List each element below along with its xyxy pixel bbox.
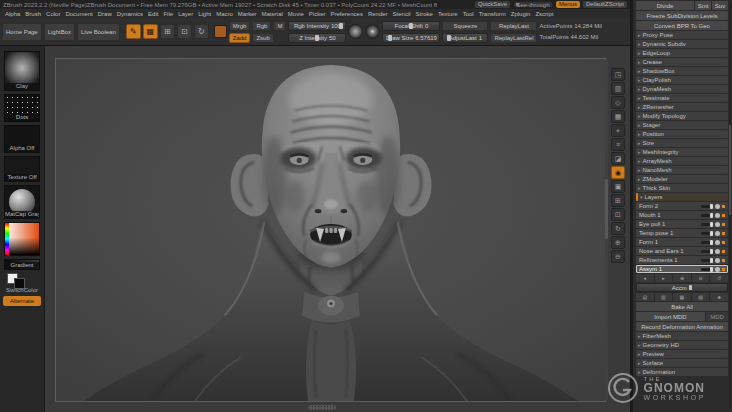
menu-item[interactable]: Layer	[176, 11, 195, 17]
geometry-button[interactable]: Convert BPR To Geo	[636, 21, 728, 30]
layer-intensity-track[interactable]	[701, 268, 713, 271]
layer-tool-icon[interactable]: ▧	[692, 293, 710, 301]
tool-section[interactable]: ▸ Modify Topology	[636, 112, 728, 120]
live-boolean-button[interactable]: Live Boolean	[77, 23, 120, 41]
tool-section[interactable]: ▸ Stager	[636, 121, 728, 129]
layer-tool-icon[interactable]: ◈	[710, 293, 728, 301]
layer-tool-icon[interactable]: ◂	[636, 274, 654, 282]
focal-shift-slider[interactable]: Focal Shift 0	[382, 21, 440, 31]
see-through-slider[interactable]: See-through	[513, 1, 553, 8]
menu-item[interactable]: Zplugin	[509, 11, 533, 17]
floor-icon[interactable]: ▦	[611, 110, 625, 123]
move-mode-icon[interactable]: ⊞	[160, 24, 175, 39]
replay-last-rel-button[interactable]: ReplayLastRel	[490, 33, 537, 43]
layer-tool-icon[interactable]: ▤	[636, 293, 654, 301]
layer-intensity-track[interactable]	[701, 214, 713, 217]
layer-tool-icon[interactable]: ↺	[710, 274, 728, 282]
frame-icon[interactable]: ▣	[611, 180, 625, 193]
menu-item[interactable]: Texture	[436, 11, 460, 17]
layer-tool-icon[interactable]: ⊖	[692, 274, 710, 282]
color-picker[interactable]	[4, 222, 40, 256]
hue-strip[interactable]	[5, 223, 9, 255]
scroll-icon[interactable]: ⊖	[611, 250, 625, 263]
layer-tool-icon[interactable]: ⊕	[673, 274, 691, 282]
edit-mode-icon[interactable]: ✎	[126, 24, 141, 39]
focal-falloff-preview-icon[interactable]	[348, 24, 363, 39]
menu-item[interactable]: Picker	[307, 11, 328, 17]
lightbox-button[interactable]: LightBox	[44, 23, 75, 41]
layer-visibility-icon[interactable]	[715, 267, 720, 272]
bake-all-button[interactable]: Bake All	[636, 302, 728, 311]
suv-toggle[interactable]: Suv	[712, 1, 728, 10]
layer-visibility-icon[interactable]	[715, 204, 720, 209]
document-viewport[interactable]	[55, 58, 606, 402]
menu-item[interactable]: Tool	[461, 11, 476, 17]
bpr-icon[interactable]: ◳	[611, 68, 625, 81]
menu-item[interactable]: Stroke	[414, 11, 435, 17]
solo-icon[interactable]: ◉	[611, 166, 625, 179]
menus-button[interactable]: Menus	[556, 1, 580, 8]
panel-scrollbar-handle[interactable]	[729, 125, 731, 215]
tool-section[interactable]: ▸ Geometry HD	[636, 341, 728, 349]
tool-section[interactable]: ▸ ClayPolish	[636, 76, 728, 84]
menu-item[interactable]: Macro	[214, 11, 235, 17]
layer-record-dot[interactable]	[722, 259, 725, 262]
layer-tool-icon[interactable]: ▸	[655, 274, 673, 282]
menu-item[interactable]: Document	[63, 11, 94, 17]
tool-section[interactable]: ▸ ZRemesher	[636, 103, 728, 111]
layer-intensity-track[interactable]	[701, 205, 713, 208]
tool-section[interactable]: ▸ ZModeler	[636, 175, 728, 183]
tool-section[interactable]: ▸ Surface	[636, 359, 728, 367]
mrgb-button[interactable]: Mrgb	[229, 21, 251, 31]
draw-mode-icon[interactable]: ▦	[143, 24, 158, 39]
tool-section[interactable]: ▸ Preview	[636, 350, 728, 358]
menu-item[interactable]: Movie	[286, 11, 306, 17]
horizontal-scrollbar[interactable]	[55, 405, 606, 410]
zadd-button[interactable]: Zadd	[229, 33, 251, 43]
layer-intensity-slider[interactable]: Accm 1	[636, 283, 728, 292]
geometry-button[interactable]: Freeze SubDivision Levels	[636, 11, 728, 20]
brush-selector[interactable]: Clay	[4, 51, 40, 91]
layer-record-dot[interactable]	[722, 214, 725, 217]
menu-item[interactable]: Draw	[96, 11, 114, 17]
persp-icon[interactable]: ◇	[611, 96, 625, 109]
menu-item[interactable]: Edit	[146, 11, 160, 17]
render-mode-icon[interactable]: ▥	[611, 82, 625, 95]
material-selector[interactable]: MatCap Gray	[4, 185, 40, 219]
panel-scrollbar[interactable]	[729, 4, 731, 408]
scale-icon[interactable]: ⊡	[611, 208, 625, 221]
layer-intensity-track[interactable]	[701, 232, 713, 235]
layer-visibility-icon[interactable]	[715, 249, 720, 254]
zoom-icon[interactable]: ⊕	[611, 236, 625, 249]
import-mdd-button[interactable]: Import MDD	[636, 312, 705, 321]
menu-item[interactable]: Material	[260, 11, 285, 17]
smt-toggle[interactable]: Smt	[695, 1, 711, 10]
tool-section[interactable]: ▸ Thick Skin	[636, 184, 728, 192]
gradient-swatch[interactable]: Gradient	[4, 259, 40, 270]
layer-intensity-track[interactable]	[701, 241, 713, 244]
rotate-icon[interactable]: ↻	[611, 222, 625, 235]
layer-row[interactable]: Form 1	[636, 238, 728, 246]
vertical-scrollbar-handle[interactable]	[605, 179, 608, 239]
menu-item[interactable]: File	[161, 11, 175, 17]
layer-intensity-track[interactable]	[701, 223, 713, 226]
tool-section[interactable]: ▸ ShadowBox	[636, 67, 728, 75]
layer-record-dot[interactable]	[722, 250, 725, 253]
menu-item[interactable]: Color	[44, 11, 62, 17]
menu-item[interactable]: Alpha	[3, 11, 22, 17]
default-zscript-button[interactable]: DefaultZScript	[583, 1, 627, 8]
quicksave-button[interactable]: QuickSave	[475, 1, 510, 8]
layer-visibility-icon[interactable]	[715, 213, 720, 218]
tool-section[interactable]: ▸ Crease	[636, 58, 728, 66]
layer-row[interactable]: Temp pose 1	[636, 229, 728, 237]
layer-row[interactable]: Refinements 1	[636, 256, 728, 264]
tool-section[interactable]: ▸ Tessimate	[636, 94, 728, 102]
m-button[interactable]: M	[273, 21, 286, 31]
rgb-button[interactable]: Rgb	[252, 21, 271, 31]
texture-selector[interactable]: Texture Off	[4, 156, 40, 182]
local-icon[interactable]: ⌖	[611, 124, 625, 137]
menu-item[interactable]: Zscript	[533, 11, 555, 17]
layer-record-dot[interactable]	[722, 223, 725, 226]
layer-record-dot[interactable]	[722, 241, 725, 244]
scale-mode-icon[interactable]: ⊡	[177, 24, 192, 39]
